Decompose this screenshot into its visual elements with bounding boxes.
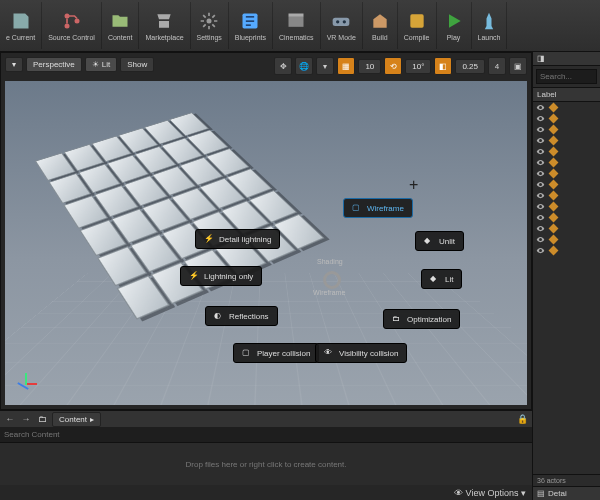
viewport-panel: ▾ Perspective ☀ Lit Show ✥ 🌐 ▾ ▦ 10 ⟲ 10…	[0, 52, 532, 410]
viewport-3d[interactable]: + Shading Wireframe ⚡Detail lightning⚡Li…	[5, 81, 527, 405]
outliner-row[interactable]	[533, 168, 600, 179]
outliner-row[interactable]	[533, 223, 600, 234]
market-icon	[153, 10, 175, 32]
content-toolbar: ← → 🗀 Content ▸ 🔒	[0, 411, 532, 427]
visibility-eye-icon[interactable]	[536, 246, 545, 255]
radial-detail-lightning[interactable]: ⚡Detail lightning	[195, 229, 280, 249]
outliner-row[interactable]	[533, 245, 600, 256]
actor-type-icon	[549, 180, 559, 190]
outliner-list[interactable]	[533, 102, 600, 474]
visibility-eye-icon[interactable]	[536, 213, 545, 222]
lit-dropdown[interactable]: ☀ Lit	[85, 57, 117, 72]
radial-player-collision[interactable]: ▢Player collision	[233, 343, 319, 363]
toolbar-play-button[interactable]: Play	[437, 2, 472, 49]
radial-lit[interactable]: ◆Lit	[421, 269, 462, 289]
viewport-toolbar-right: ✥ 🌐 ▾ ▦ 10 ⟲ 10° ◧ 0.25 4 ▣	[274, 57, 527, 75]
toolbar-label: Play	[447, 34, 461, 41]
toolbar-label: Content	[108, 34, 133, 41]
grid-snap-value[interactable]: 10	[358, 59, 381, 74]
viewport-maximize[interactable]: ▣	[509, 57, 527, 75]
toolbar-build-button[interactable]: Build	[363, 2, 398, 49]
toolbar-blueprint-button[interactable]: Blueprints	[229, 2, 273, 49]
outliner-column-header[interactable]: Label	[533, 87, 600, 102]
visibility-eye-icon[interactable]	[536, 158, 545, 167]
content-footer: 👁 View Options ▾	[0, 485, 532, 500]
details-panel-header[interactable]: ▤ Detai	[533, 486, 600, 500]
actor-type-icon	[549, 246, 559, 256]
outliner-row[interactable]	[533, 146, 600, 157]
content-back-button[interactable]: ←	[4, 413, 16, 425]
camera-speed[interactable]: 4	[488, 57, 506, 75]
outliner-row[interactable]	[533, 234, 600, 245]
content-forward-button[interactable]: →	[20, 413, 32, 425]
scale-snap-value[interactable]: 0.25	[455, 59, 485, 74]
visibility-eye-icon[interactable]	[536, 125, 545, 134]
outliner-search-input[interactable]	[536, 69, 597, 84]
surface-snap-toggle[interactable]: ▾	[316, 57, 334, 75]
toolbar-content-button[interactable]: Content	[102, 2, 140, 49]
outliner-row[interactable]	[533, 157, 600, 168]
grid-snap-toggle[interactable]: ▦	[337, 57, 355, 75]
visibility-eye-icon[interactable]	[536, 169, 545, 178]
toolbar-save-button[interactable]: e Current	[0, 2, 42, 49]
radial-item-label: Reflections	[229, 312, 269, 321]
radial-unlit[interactable]: ◆Unlit	[415, 231, 464, 251]
play-icon	[443, 10, 465, 32]
toolbar-cinema-button[interactable]: Cinematics	[273, 2, 321, 49]
toolbar-source-button[interactable]: Source Control	[42, 2, 102, 49]
radial-item-label: Unlit	[439, 237, 455, 246]
visibility-eye-icon[interactable]	[536, 191, 545, 200]
actor-type-icon	[549, 103, 559, 113]
content-lock-icon[interactable]: 🔒	[516, 413, 528, 425]
viewport-menu-dropdown[interactable]: ▾	[5, 57, 23, 72]
content-browser: ← → 🗀 Content ▸ 🔒 Drop files here or rig…	[0, 410, 532, 500]
outliner-row[interactable]	[533, 212, 600, 223]
outliner-row[interactable]	[533, 113, 600, 124]
visibility-eye-icon[interactable]	[536, 224, 545, 233]
radial-wireframe[interactable]: ▢Wireframe	[343, 198, 413, 218]
content-empty-message[interactable]: Drop files here or right click to create…	[0, 443, 532, 485]
view-options-button[interactable]: 👁 View Options ▾	[454, 488, 526, 498]
toolbar-label: e Current	[6, 34, 35, 41]
source-icon	[61, 10, 83, 32]
content-search-input[interactable]	[0, 427, 532, 442]
visibility-eye-icon[interactable]	[536, 114, 545, 123]
visibility-eye-icon[interactable]	[536, 103, 545, 112]
toolbar-label: Settings	[197, 34, 222, 41]
outliner-row[interactable]	[533, 124, 600, 135]
outliner-row[interactable]	[533, 190, 600, 201]
radial-item-label: Lightning only	[204, 272, 253, 281]
rotation-snap-value[interactable]: 10°	[405, 59, 431, 74]
axis-gizmo	[13, 371, 39, 397]
perspective-dropdown[interactable]: Perspective	[26, 57, 82, 72]
visibility-eye-icon[interactable]	[536, 202, 545, 211]
folder-icon: 🗀	[392, 314, 402, 324]
content-folder-icon[interactable]: 🗀	[36, 413, 48, 425]
visibility-eye-icon[interactable]	[536, 180, 545, 189]
show-dropdown[interactable]: Show	[120, 57, 154, 72]
outliner-row[interactable]	[533, 102, 600, 113]
radial-optimization[interactable]: 🗀Optimization	[383, 309, 460, 329]
toolbar-market-button[interactable]: Marketplace	[139, 2, 190, 49]
outliner-row[interactable]	[533, 201, 600, 212]
rotation-snap-toggle[interactable]: ⟲	[384, 57, 402, 75]
scale-snap-toggle[interactable]: ◧	[434, 57, 452, 75]
coord-space-toggle[interactable]: 🌐	[295, 57, 313, 75]
toolbar-compile-button[interactable]: Compile	[398, 2, 437, 49]
actor-type-icon	[549, 136, 559, 146]
toolbar-launch-button[interactable]: Launch	[472, 2, 508, 49]
content-breadcrumb[interactable]: Content ▸	[52, 412, 101, 427]
toolbar-vr-button[interactable]: VR Mode	[321, 2, 363, 49]
viewport-toolbar-left: ▾ Perspective ☀ Lit Show	[5, 57, 154, 72]
transform-tool[interactable]: ✥	[274, 57, 292, 75]
radial-visibility-collision[interactable]: 👁Visibility collision	[315, 343, 407, 363]
outliner-row[interactable]	[533, 179, 600, 190]
toolbar-settings-button[interactable]: Settings	[191, 2, 229, 49]
visibility-eye-icon[interactable]	[536, 147, 545, 156]
outliner-row[interactable]	[533, 135, 600, 146]
radial-lightning-only[interactable]: ⚡Lightning only	[180, 266, 262, 286]
visibility-eye-icon[interactable]	[536, 235, 545, 244]
radial-reflections[interactable]: ◐Reflections	[205, 306, 278, 326]
radial-center-label-top: Shading	[317, 258, 343, 265]
visibility-eye-icon[interactable]	[536, 136, 545, 145]
